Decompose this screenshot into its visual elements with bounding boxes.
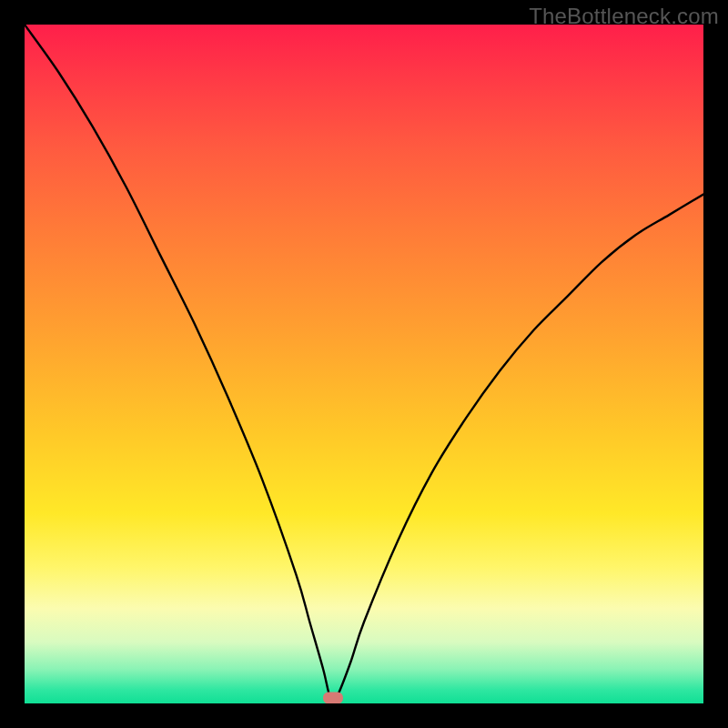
watermark-text: TheBottleneck.com: [529, 4, 719, 29]
chart-frame: TheBottleneck.com: [0, 0, 728, 728]
optimum-marker: [323, 693, 343, 703]
curve-layer: [25, 25, 703, 703]
plot-area: [25, 25, 703, 703]
bottleneck-curve: [25, 25, 703, 701]
